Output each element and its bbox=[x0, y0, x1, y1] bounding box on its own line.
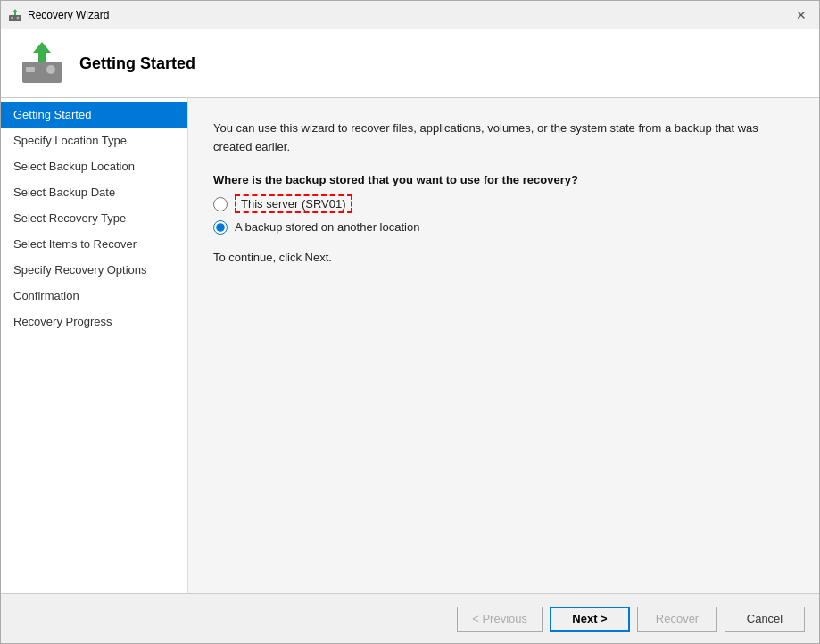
question-text: Where is the backup stored that you want… bbox=[213, 173, 794, 186]
option1-radio[interactable] bbox=[213, 197, 228, 211]
option2-radio[interactable] bbox=[213, 220, 228, 235]
option1-radio-group: This server (SRV01) bbox=[213, 197, 794, 211]
recover-button[interactable]: Recover bbox=[637, 607, 717, 632]
previous-button[interactable]: < Previous bbox=[457, 607, 543, 632]
option1-label[interactable]: This server (SRV01) bbox=[235, 197, 352, 211]
app-icon bbox=[8, 8, 22, 22]
svg-marker-3 bbox=[12, 9, 18, 15]
sidebar-item-select-backup-date[interactable]: Select Backup Date bbox=[1, 179, 187, 205]
header-icon bbox=[19, 40, 65, 87]
sidebar-item-recovery-progress[interactable]: Recovery Progress bbox=[1, 309, 187, 334]
main-content: You can use this wizard to recover files… bbox=[188, 98, 819, 593]
svg-marker-7 bbox=[33, 42, 51, 62]
title-bar-text: Recovery Wizard bbox=[28, 9, 791, 21]
footer: < Previous Next > Recover Cancel bbox=[1, 593, 819, 643]
content-area: Getting Started Specify Location Type Se… bbox=[1, 98, 819, 593]
sidebar-item-confirmation[interactable]: Confirmation bbox=[1, 283, 187, 309]
sidebar-item-specify-recovery-options[interactable]: Specify Recovery Options bbox=[1, 257, 187, 283]
recovery-wizard-window: Recovery Wizard ✕ Getting Started Gettin… bbox=[0, 0, 820, 644]
sidebar-item-select-items-to-recover[interactable]: Select Items to Recover bbox=[1, 231, 187, 257]
header-area: Getting Started bbox=[1, 29, 819, 98]
sidebar-item-getting-started[interactable]: Getting Started bbox=[1, 102, 187, 128]
svg-point-6 bbox=[46, 65, 55, 74]
option2-radio-group: A backup stored on another location bbox=[213, 220, 794, 235]
sidebar: Getting Started Specify Location Type Se… bbox=[1, 98, 188, 593]
sidebar-item-specify-location-type[interactable]: Specify Location Type bbox=[1, 128, 187, 153]
description-text: You can use this wizard to recover files… bbox=[213, 120, 794, 157]
close-button[interactable]: ✕ bbox=[791, 4, 812, 26]
svg-point-2 bbox=[17, 16, 20, 19]
option1-dashed-label: This server (SRV01) bbox=[235, 194, 352, 213]
header-title: Getting Started bbox=[79, 54, 195, 73]
hint-text: To continue, click Next. bbox=[213, 251, 794, 264]
cancel-button[interactable]: Cancel bbox=[725, 607, 805, 632]
title-bar: Recovery Wizard ✕ bbox=[1, 1, 819, 29]
sidebar-item-select-backup-location[interactable]: Select Backup Location bbox=[1, 153, 187, 179]
option2-label: A backup stored on another location bbox=[235, 220, 419, 234]
svg-rect-5 bbox=[26, 67, 35, 72]
next-button[interactable]: Next > bbox=[550, 607, 630, 632]
svg-rect-1 bbox=[11, 17, 13, 19]
sidebar-item-select-recovery-type[interactable]: Select Recovery Type bbox=[1, 205, 187, 231]
